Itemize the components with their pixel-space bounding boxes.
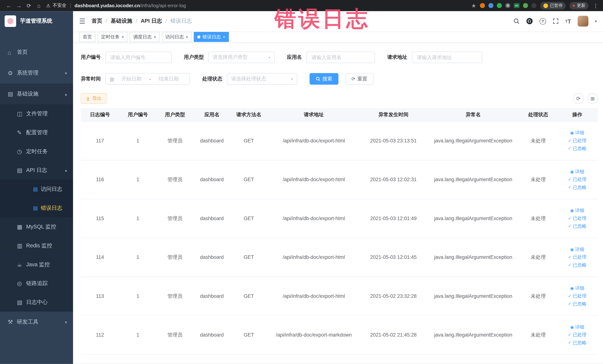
- sidebar-item-mysql-monitor[interactable]: ▦ MySQL 监控: [0, 217, 73, 236]
- forward-icon[interactable]: →: [14, 2, 24, 9]
- tab[interactable]: 定时任务 ×: [98, 32, 128, 42]
- cell-request-url: /api/infra/db-doc/export-markdown: [267, 316, 360, 354]
- processed-link[interactable]: ✓已处理: [568, 176, 587, 183]
- refresh-table-button[interactable]: ⟳: [573, 93, 584, 104]
- breadcrumb-item[interactable]: 错误日志: [162, 18, 192, 24]
- help-icon[interactable]: ?: [539, 18, 546, 24]
- user-type-select[interactable]: 请选择用户类型 ▾: [208, 52, 275, 63]
- extension-orange-icon[interactable]: [480, 3, 485, 8]
- sidebar-item-error-log[interactable]: ▤ 错误日志: [0, 199, 73, 217]
- extension-leaf-icon[interactable]: [523, 3, 528, 8]
- extension-paw-icon[interactable]: [532, 3, 536, 8]
- close-icon[interactable]: ×: [186, 35, 188, 39]
- processed-link[interactable]: ✓已处理: [568, 215, 587, 222]
- column-settings-button[interactable]: ⊞: [587, 93, 598, 104]
- sidebar-item-infrastructure[interactable]: ▤ 基础设施 ▴: [0, 83, 73, 104]
- search-icon[interactable]: [513, 18, 519, 24]
- address-bar[interactable]: dashboard.yudao.iocoder.cn/infra/log/api…: [74, 3, 186, 8]
- detail-link[interactable]: ◉详细: [570, 168, 584, 175]
- column-header: 操作: [557, 108, 598, 121]
- sidebar-item-access-log[interactable]: ▤ 访问日志: [0, 180, 73, 199]
- search-button[interactable]: 搜索: [310, 73, 338, 84]
- close-icon[interactable]: ×: [223, 35, 225, 39]
- divider: [70, 3, 71, 8]
- home-icon[interactable]: ⌂: [34, 2, 44, 9]
- sidebar-item-java-monitor[interactable]: ☕ Java 监控: [0, 255, 73, 274]
- detail-link[interactable]: ◉详细: [570, 130, 584, 136]
- chevron-down-icon[interactable]: ▾: [595, 19, 597, 23]
- ignored-link[interactable]: ✓已忽略: [568, 262, 587, 269]
- user-id-input[interactable]: [105, 52, 172, 63]
- processed-link[interactable]: ✓已处理: [568, 293, 587, 299]
- sidebar-item-config-manage[interactable]: ✎ 配置管理: [0, 123, 73, 142]
- ignored-link[interactable]: ✓已忽略: [568, 223, 587, 230]
- processed-link[interactable]: ✓已处理: [568, 254, 587, 261]
- tab[interactable]: 首页: [79, 32, 95, 42]
- update-label: 更新: [577, 3, 585, 9]
- app-name-input[interactable]: [306, 52, 375, 63]
- home-icon: ⌂: [8, 49, 17, 56]
- back-icon[interactable]: ←: [4, 2, 14, 9]
- breadcrumb-item[interactable]: 基础设施: [102, 18, 132, 24]
- tab[interactable]: 调度日志 ×: [130, 32, 160, 42]
- browser-menu-icon[interactable]: ⋮: [592, 2, 599, 9]
- sidebar-item-dev-tools[interactable]: ⚒ 研发工具 ▾: [0, 312, 73, 332]
- update-button[interactable]: 更新: [569, 2, 588, 9]
- detail-link[interactable]: ◉详细: [570, 324, 584, 331]
- detail-link[interactable]: ◉详细: [570, 246, 584, 253]
- github-icon[interactable]: [526, 18, 533, 24]
- sidebar-item-redis-monitor[interactable]: ▥ Redis 监控: [0, 236, 73, 255]
- ignored-link[interactable]: ✓已忽略: [568, 340, 587, 346]
- tab[interactable]: 访问日志 ×: [162, 32, 192, 42]
- request-url-input[interactable]: [412, 52, 482, 63]
- user-type-label: 用户类型: [184, 54, 209, 61]
- processed-link[interactable]: ✓已处理: [568, 332, 587, 338]
- reload-icon[interactable]: ⟳: [24, 2, 34, 9]
- hamburger-icon[interactable]: ☰: [79, 17, 85, 25]
- sidebar-item-home[interactable]: ⌂ 首页: [0, 42, 73, 63]
- table-row: 116 1 管理员 dashboard GET /api/infra/db-do…: [81, 160, 598, 199]
- ignored-link[interactable]: ✓已忽略: [568, 301, 587, 307]
- tab[interactable]: 错误日志 ×: [194, 32, 229, 42]
- date-range-picker[interactable]: ▦ 开始日期 - 结束日期: [105, 73, 190, 84]
- processed-link[interactable]: ✓已处理: [568, 137, 587, 144]
- export-label: 导出: [92, 95, 102, 102]
- sidebar-item-scheduled-jobs[interactable]: ◷ 定时任务: [0, 142, 73, 161]
- edit-icon: ✎: [17, 129, 26, 136]
- sidebar-item-tracing[interactable]: ◎ 链路追踪: [0, 274, 73, 293]
- breadcrumb-item[interactable]: API 日志: [132, 18, 162, 24]
- extension-on-badge-icon[interactable]: on: [514, 3, 520, 8]
- close-icon[interactable]: ×: [154, 35, 156, 39]
- close-icon[interactable]: ×: [122, 35, 124, 39]
- cell-actions: ◉详细 ✓已处理 ✓已忽略: [557, 122, 598, 160]
- paused-badge[interactable]: 已暂停: [540, 2, 566, 9]
- sidebar-item-log-center[interactable]: ▤ 日志中心: [0, 293, 73, 312]
- check-icon: ✓: [568, 332, 571, 338]
- process-status-select[interactable]: 请选择处理状态 ▾: [227, 73, 297, 84]
- app-title: 芋道管理系统: [20, 18, 52, 24]
- export-button[interactable]: 导出: [81, 93, 107, 104]
- ignored-link[interactable]: ✓已忽略: [568, 184, 587, 191]
- font-size-icon[interactable]: TT: [565, 18, 571, 24]
- detail-link[interactable]: ◉详细: [570, 207, 584, 214]
- extension-blue-icon[interactable]: [488, 3, 493, 8]
- avatar[interactable]: [578, 16, 588, 26]
- sidebar-item-api-log[interactable]: ▤ API 日志 ▴: [0, 161, 73, 180]
- ignored-link[interactable]: ✓已忽略: [568, 145, 587, 152]
- sidebar-item-file-manage[interactable]: ◫ 文件管理: [0, 104, 73, 123]
- breadcrumb-item[interactable]: 首页: [92, 18, 102, 24]
- extension-grid-icon[interactable]: ⊞: [505, 3, 510, 8]
- page-content: 用户编号 用户类型 请选择用户类型 ▾ 应用名: [73, 43, 603, 364]
- bookmark-star-icon[interactable]: ★: [471, 2, 476, 9]
- check-icon: ✓: [568, 262, 571, 268]
- detail-link[interactable]: ◉详细: [570, 285, 584, 292]
- sidebar-item-system[interactable]: ⚙ 系统管理 ▾: [0, 63, 73, 83]
- column-header: 用户编号: [119, 108, 156, 121]
- paused-label: 已暂停: [550, 3, 563, 9]
- reset-button[interactable]: ⟳ 重置: [345, 73, 373, 84]
- security-chip[interactable]: ⚠ 不安全: [46, 2, 66, 9]
- eye-icon: ◉: [570, 247, 574, 253]
- column-header: 异常发生时间: [360, 108, 427, 121]
- extension-green-icon[interactable]: [497, 3, 502, 8]
- fullscreen-icon[interactable]: [553, 18, 559, 24]
